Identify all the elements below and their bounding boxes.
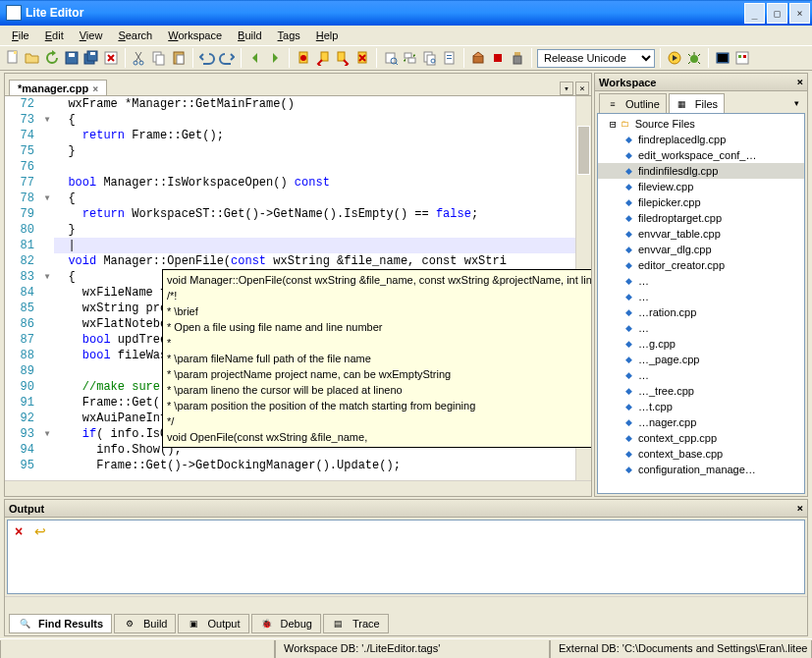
replace-icon[interactable] xyxy=(402,49,419,67)
cut-icon[interactable] xyxy=(131,49,148,67)
bookmark-clear-icon[interactable] xyxy=(353,49,371,67)
menu-search[interactable]: Search xyxy=(110,27,160,43)
tree-file[interactable]: ◆findinfilesdlg.cpp xyxy=(598,163,804,179)
output-hscroll[interactable] xyxy=(5,596,807,612)
tree-file[interactable]: ◆edit_workspace_conf_… xyxy=(598,147,804,163)
output-tab-trace[interactable]: ▤Trace xyxy=(323,614,389,633)
tree-file[interactable]: ◆filedroptarget.cpp xyxy=(598,210,804,226)
output-tab-find-results[interactable]: 🔍Find Results xyxy=(9,614,112,633)
tablist-dropdown-icon[interactable]: ▾ xyxy=(560,82,573,95)
tree-file[interactable]: ◆…_page.cpp xyxy=(598,352,804,367)
menu-build[interactable]: Build xyxy=(230,27,269,43)
output-title: Output xyxy=(9,503,44,515)
svg-rect-16 xyxy=(321,52,328,61)
close-file-icon[interactable] xyxy=(102,49,120,67)
build-icon[interactable] xyxy=(469,49,487,67)
bookmark-next-icon[interactable] xyxy=(334,49,352,67)
find-in-files-icon[interactable] xyxy=(421,49,439,67)
find-resource-icon[interactable] xyxy=(441,49,459,67)
output-tab-debug[interactable]: 🐞Debug xyxy=(251,614,321,633)
tree-file[interactable]: ◆… xyxy=(598,320,804,336)
tree-file[interactable]: ◆…nager.cpp xyxy=(598,414,804,430)
tree-file[interactable]: ◆configuration_manage… xyxy=(598,462,804,477)
output-tab-output[interactable]: ▣Output xyxy=(178,614,248,633)
menu-view[interactable]: View xyxy=(72,27,111,43)
redo-icon[interactable] xyxy=(218,49,236,67)
bookmark-prev-icon[interactable] xyxy=(314,49,332,67)
menu-workspace[interactable]: Workspace xyxy=(160,27,230,43)
output-tab-build[interactable]: ⚙Build xyxy=(114,614,176,633)
tree-file[interactable]: ◆envvar_table.cpp xyxy=(598,226,804,242)
tree-file[interactable]: ◆… xyxy=(598,367,804,383)
close-button[interactable]: × xyxy=(789,3,810,24)
file-icon: ◆ xyxy=(622,211,635,225)
tree-file[interactable]: ◆…_tree.cpp xyxy=(598,383,804,399)
svg-point-34 xyxy=(690,55,698,63)
nav-forward-icon[interactable] xyxy=(266,49,284,67)
fold-column[interactable]: ▾▾▾▾ xyxy=(40,96,54,480)
new-file-icon[interactable] xyxy=(4,49,22,67)
run-icon[interactable] xyxy=(666,49,683,67)
tree-folder[interactable]: ⊟🗀Source Files xyxy=(598,116,804,132)
workspace-more-icon[interactable]: ▾ xyxy=(790,93,803,113)
bookmark-toggle-icon[interactable] xyxy=(295,49,312,67)
tab-outline[interactable]: ≡Outline xyxy=(599,93,667,113)
tree-file[interactable]: ◆… xyxy=(598,289,804,304)
tab-files[interactable]: ▦Files xyxy=(669,93,725,113)
file-icon: ◆ xyxy=(622,353,635,366)
tree-file[interactable]: ◆…ration.cpp xyxy=(598,304,804,320)
menubar[interactable]: FileEditViewSearchWorkspaceBuildTagsHelp xyxy=(0,26,812,45)
tree-file[interactable]: ◆editor_creator.cpp xyxy=(598,257,804,273)
menu-tags[interactable]: Tags xyxy=(270,27,308,43)
debug-icon[interactable] xyxy=(685,49,703,67)
tab-icon: ▤ xyxy=(332,617,346,631)
clean-icon[interactable] xyxy=(509,49,526,67)
tree-file[interactable]: ◆fileview.cpp xyxy=(598,179,804,194)
tablist-close-icon[interactable]: × xyxy=(575,82,589,95)
svg-rect-36 xyxy=(718,54,728,62)
output-body[interactable]: × ↩ xyxy=(7,520,805,594)
output-close-icon[interactable]: × xyxy=(796,502,803,515)
svg-rect-1 xyxy=(14,51,17,54)
nav-back-icon[interactable] xyxy=(246,49,264,67)
maximize-button[interactable]: □ xyxy=(767,3,787,24)
stop-build-icon[interactable] xyxy=(489,49,507,67)
menu-edit[interactable]: Edit xyxy=(37,27,72,43)
workspace-tabs: ≡Outline ▦Files ▾ xyxy=(595,91,807,113)
open-file-icon[interactable] xyxy=(24,49,41,67)
save-all-icon[interactable] xyxy=(82,49,100,67)
undo-icon[interactable] xyxy=(198,49,216,67)
paste-icon[interactable] xyxy=(170,49,188,67)
settings-icon[interactable] xyxy=(733,49,751,67)
code-area[interactable]: 7273747576777879808182838485868788899091… xyxy=(5,95,591,480)
file-icon: ◆ xyxy=(622,274,635,288)
terminal-icon[interactable] xyxy=(714,49,731,67)
file-tree[interactable]: ⊟🗀Source Files◆findreplacedlg.cpp◆edit_w… xyxy=(597,113,805,494)
tree-file[interactable]: ◆…t.cpp xyxy=(598,399,804,414)
tree-file[interactable]: ◆context_base.cpp xyxy=(598,446,804,462)
minimize-button[interactable]: _ xyxy=(744,3,765,24)
save-icon[interactable] xyxy=(63,49,81,67)
status-empty xyxy=(0,640,275,658)
tree-file[interactable]: ◆envvar_dlg.cpp xyxy=(598,242,804,257)
copy-icon[interactable] xyxy=(150,49,168,67)
editor-hscroll[interactable] xyxy=(5,480,591,496)
tree-file[interactable]: ◆findreplacedlg.cpp xyxy=(598,132,804,147)
workspace-close-icon[interactable]: × xyxy=(796,76,803,88)
menu-help[interactable]: Help xyxy=(308,27,347,43)
tree-file[interactable]: ◆context_cpp.cpp xyxy=(598,430,804,446)
tree-file[interactable]: ◆… xyxy=(598,273,804,289)
file-icon: ◆ xyxy=(622,415,635,429)
editor-tab[interactable]: *manager.cpp × xyxy=(9,80,107,96)
editor-tab-close-icon[interactable]: × xyxy=(92,83,98,94)
clear-output-icon[interactable]: × xyxy=(10,522,27,540)
refresh-icon[interactable] xyxy=(43,49,61,67)
file-icon: ◆ xyxy=(622,447,635,461)
tree-file[interactable]: ◆…g.cpp xyxy=(598,336,804,352)
find-icon[interactable] xyxy=(382,49,400,67)
tree-file[interactable]: ◆filepicker.cpp xyxy=(598,194,804,210)
wrap-output-icon[interactable]: ↩ xyxy=(31,522,49,540)
build-config-select[interactable]: Release Unicode xyxy=(537,49,655,68)
menu-file[interactable]: File xyxy=(4,27,37,43)
files-icon: ▦ xyxy=(676,97,689,111)
